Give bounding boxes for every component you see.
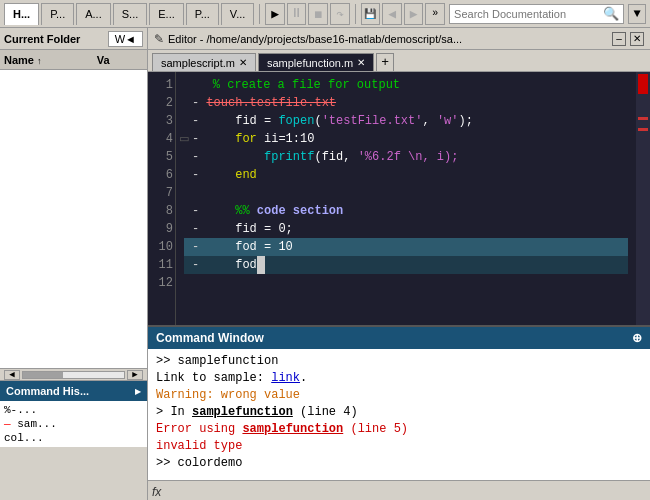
nav-prev-button[interactable]: ◀ xyxy=(382,3,402,25)
save-button[interactable]: 💾 xyxy=(361,3,381,25)
scroll-left-btn[interactable]: ◀ xyxy=(4,370,20,380)
cmd-errfn-5[interactable]: samplefunction xyxy=(242,422,343,436)
code-dash-10: - xyxy=(184,238,206,256)
stop-button[interactable]: ◼ xyxy=(308,3,328,25)
scroll-right-btn[interactable]: ▶ xyxy=(127,370,143,380)
code-end-6: end xyxy=(206,166,256,184)
code-for-4: for xyxy=(206,130,264,148)
cmd-errline-5: (line 5) xyxy=(343,422,408,436)
history-item-0[interactable]: %-... xyxy=(4,403,143,417)
code-line-4: ▭ - for ii=1:10 xyxy=(184,130,628,148)
col-val: Va xyxy=(97,54,143,66)
sort-icon: ↑ xyxy=(37,56,42,66)
code-line-12 xyxy=(184,274,628,292)
code-dash-2: - xyxy=(184,94,206,112)
main-layout: Current Folder W◄ Name ↑ Va ◀ ▶ Command … xyxy=(0,28,650,500)
tab-add-button[interactable]: + xyxy=(376,53,394,71)
cmd-window-expand-icon[interactable]: ⊕ xyxy=(632,331,642,345)
tab1-label: samplescript.m xyxy=(161,57,235,69)
toolbar-tab-p[interactable]: P... xyxy=(41,3,74,25)
cursor xyxy=(257,256,265,274)
minimize-button[interactable]: – xyxy=(612,32,626,46)
code-fid-3: fid = xyxy=(206,112,278,130)
toolbar-tab-s[interactable]: S... xyxy=(113,3,148,25)
history-item-1[interactable]: sam... xyxy=(4,417,143,431)
pause-button[interactable]: ⏸ xyxy=(287,3,307,25)
code-strike-2: touch.testfile.txt xyxy=(206,94,336,112)
file-list-header: Name ↑ Va xyxy=(0,50,147,70)
cmd-window-content: >> samplefunction Link to sample: link. … xyxy=(148,349,650,480)
cmd-invalid-6: invalid type xyxy=(156,439,242,453)
code-dash-5: - xyxy=(184,148,206,166)
cmd-history-expand[interactable]: ▸ xyxy=(135,385,141,398)
scroll-track[interactable] xyxy=(22,371,125,379)
line-num-12: 12 xyxy=(150,274,173,292)
line-num-4: 4 xyxy=(150,130,173,148)
editor-tab-1[interactable]: samplescript.m ✕ xyxy=(152,53,256,71)
code-comment-1: % create a file for output xyxy=(184,76,400,94)
close-button[interactable]: ✕ xyxy=(630,32,644,46)
col-name: Name ↑ xyxy=(4,54,97,66)
search-input[interactable] xyxy=(454,8,603,20)
cmd-line-6: invalid type xyxy=(156,438,642,455)
code-dash-6: - xyxy=(184,166,206,184)
play-button[interactable]: ▶ xyxy=(265,3,285,25)
cmd-error-5: Error using xyxy=(156,422,242,436)
cmd-line4-rest: (line 4) xyxy=(293,405,358,419)
editor-tab-2[interactable]: samplefunction.m ✕ xyxy=(258,53,374,71)
editor-title: Editor - /home/andy/projects/base16-matl… xyxy=(168,33,608,45)
line-num-6: 6 xyxy=(150,166,173,184)
line-num-7: 7 xyxy=(150,184,173,202)
sep1 xyxy=(259,4,260,24)
line-num-5: 5 xyxy=(150,148,173,166)
search-box[interactable]: 🔍 xyxy=(449,4,624,24)
editor-tabs: samplescript.m ✕ samplefunction.m ✕ + xyxy=(148,50,650,72)
cmd-link-2[interactable]: link xyxy=(271,371,300,385)
cmd-history-title: Command His... xyxy=(6,385,89,397)
cmd-input[interactable] xyxy=(165,486,646,498)
nav-next-button[interactable]: ▶ xyxy=(404,3,424,25)
more-button[interactable]: » xyxy=(425,3,445,25)
toolbar-tab-a[interactable]: A... xyxy=(76,3,111,25)
toolbar-tab-v[interactable]: V... xyxy=(221,3,255,25)
cmd-line-1: >> samplefunction xyxy=(156,353,642,370)
cmd-dot-2: . xyxy=(300,371,307,385)
toolbar-tab-p2[interactable]: P... xyxy=(186,3,219,25)
sep2 xyxy=(355,4,356,24)
file-list xyxy=(0,70,147,368)
left-nav-bottom: ◀ ▶ xyxy=(0,368,147,380)
workspace-tab[interactable]: W◄ xyxy=(108,31,143,47)
line-num-8: 8 xyxy=(150,202,173,220)
toolbar-tab-h[interactable]: H... xyxy=(4,3,39,25)
cmd-history: Command His... ▸ %-... sam... col... xyxy=(0,380,147,500)
code-line-9: - fid = 0; xyxy=(184,220,628,238)
fx-label: fx xyxy=(152,485,161,499)
tab2-label: samplefunction.m xyxy=(267,57,353,69)
editor-scrollbar[interactable] xyxy=(636,72,650,325)
code-content[interactable]: % create a file for output - touch.testf… xyxy=(176,72,636,325)
line-num-2: 2 xyxy=(150,94,173,112)
tab1-close[interactable]: ✕ xyxy=(239,57,247,68)
cmd-prompt-1: >> samplefunction xyxy=(156,354,278,368)
code-section-8: %% xyxy=(206,202,256,220)
code-dash-3: - xyxy=(184,112,206,130)
step-button[interactable]: ↷ xyxy=(330,3,350,25)
cmd-input-bar: fx xyxy=(148,480,650,500)
bracket-icon-4: ▭ xyxy=(180,130,188,148)
code-fprintf-5: fprintf xyxy=(264,148,314,166)
scrollbar-marks xyxy=(638,116,648,132)
code-str-3: 'testFile.txt' xyxy=(322,112,423,130)
cmd-history-content: %-... sam... col... xyxy=(0,401,147,447)
line-num-9: 9 xyxy=(150,220,173,238)
code-dash-11: - xyxy=(184,256,206,274)
code-line-3: - fid = fopen('testFile.txt', 'w'); xyxy=(184,112,628,130)
cmd-fn-4[interactable]: samplefunction xyxy=(192,405,293,419)
toolbar-tab-e[interactable]: E... xyxy=(149,3,184,25)
tab2-close[interactable]: ✕ xyxy=(357,57,365,68)
cmd-line-2: Link to sample: link. xyxy=(156,370,642,387)
code-fid-9: fid = 0; xyxy=(206,220,292,238)
history-item-2[interactable]: col... xyxy=(4,431,143,445)
code-fopen-3: fopen xyxy=(278,112,314,130)
cmd-text-2: Link to sample: xyxy=(156,371,271,385)
filter-button[interactable]: ▼ xyxy=(628,4,646,24)
